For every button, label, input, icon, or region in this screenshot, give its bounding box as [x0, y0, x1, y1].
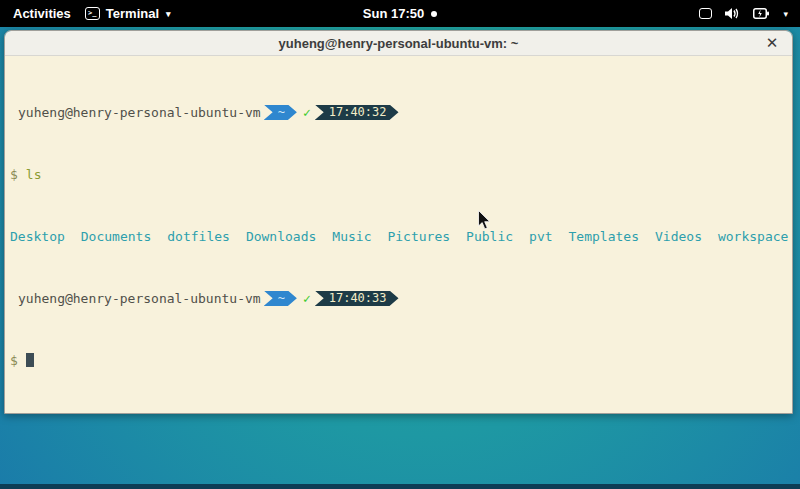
- prompt-line: yuheng@henry-personal-ubuntu-vm ~ ✓ 17:4…: [10, 105, 788, 121]
- directory-name: workspace: [718, 229, 788, 245]
- activities-button[interactable]: Activities: [13, 6, 71, 21]
- directory-name: Documents: [81, 229, 151, 245]
- terminal-window: yuheng@henry-personal-ubuntu-vm: ~ ✕ yuh…: [4, 30, 793, 414]
- prompt-line: yuheng@henry-personal-ubuntu-vm ~ ✓ 17:4…: [10, 291, 788, 307]
- chevron-down-icon: ▾: [783, 9, 788, 19]
- directory-name: Pictures: [387, 229, 450, 245]
- system-status-menu[interactable]: ▾: [699, 7, 800, 20]
- directory-name: Videos: [655, 229, 702, 245]
- battery-charging-icon: [753, 7, 769, 20]
- window-titlebar[interactable]: yuheng@henry-personal-ubuntu-vm: ~ ✕: [5, 31, 792, 56]
- prompt-path: ~: [278, 105, 285, 121]
- terminal-icon: >_: [85, 7, 100, 20]
- input-line[interactable]: $: [10, 353, 788, 369]
- screen-icon: [699, 8, 712, 19]
- app-menu-terminal[interactable]: >_ Terminal ▾: [85, 6, 171, 21]
- prompt-symbol: $: [10, 353, 18, 369]
- directory-name: dotfiles: [167, 229, 230, 245]
- desktop-screen: Activities >_ Terminal ▾ Sun 17:50: [0, 0, 800, 489]
- close-button[interactable]: ✕: [763, 34, 781, 52]
- directory-name: Music: [332, 229, 371, 245]
- chevron-down-icon: ▾: [166, 9, 171, 19]
- prompt-username: yuheng@henry-personal-ubuntu-vm: [10, 291, 261, 307]
- ls-output: DesktopDocumentsdotfilesDownloadsMusicPi…: [10, 229, 788, 245]
- prompt-username: yuheng@henry-personal-ubuntu-vm: [10, 105, 261, 121]
- notification-dot-icon: [431, 11, 437, 17]
- directory-name: Templates: [569, 229, 639, 245]
- command-line: $ ls: [10, 167, 788, 183]
- prompt-time: 17:40:33: [329, 291, 387, 307]
- prompt-path-segment: ~: [264, 291, 297, 307]
- status-check-icon: ✓: [303, 105, 311, 121]
- directory-name: Desktop: [10, 229, 65, 245]
- typed-command: ls: [26, 167, 42, 183]
- prompt-path-segment: ~: [264, 105, 297, 121]
- prompt-time: 17:40:32: [329, 105, 387, 121]
- mouse-pointer-icon: [478, 210, 492, 231]
- prompt-time-segment: 17:40:33: [315, 291, 399, 307]
- clock[interactable]: Sun 17:50: [363, 6, 424, 21]
- prompt-path: ~: [278, 291, 285, 307]
- prompt-symbol: $: [10, 167, 18, 183]
- directory-name: Downloads: [246, 229, 316, 245]
- app-menu-label: Terminal: [106, 6, 159, 21]
- terminal-cursor: [26, 353, 34, 367]
- gnome-top-bar: Activities >_ Terminal ▾ Sun 17:50: [0, 0, 800, 27]
- window-title: yuheng@henry-personal-ubuntu-vm: ~: [279, 36, 519, 51]
- terminal-content[interactable]: yuheng@henry-personal-ubuntu-vm ~ ✓ 17:4…: [5, 56, 792, 413]
- prompt-time-segment: 17:40:32: [315, 105, 399, 121]
- status-check-icon: ✓: [303, 291, 311, 307]
- volume-icon: [725, 7, 740, 20]
- directory-name: pvt: [529, 229, 552, 245]
